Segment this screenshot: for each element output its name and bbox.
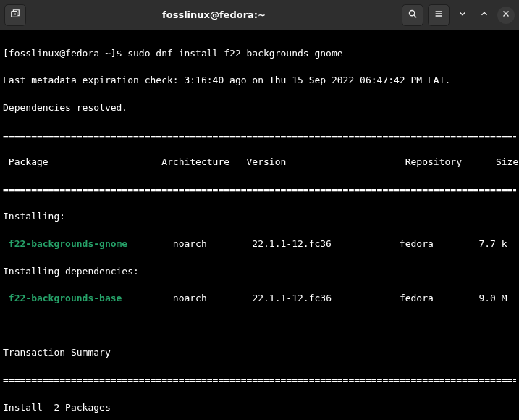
prompt-prefix: [fosslinux@fedora ~]$: [3, 48, 127, 59]
blank-line: [3, 319, 516, 333]
deps-resolved-line: Dependencies resolved.: [3, 101, 516, 115]
close-button[interactable]: [497, 7, 515, 24]
maximize-button[interactable]: [476, 7, 493, 24]
summary-heading: Transaction Summary: [3, 346, 516, 360]
package-name: f22-backgrounds-base: [3, 293, 122, 303]
minimize-button[interactable]: [454, 7, 471, 24]
package-details: noarch 22.1.1-12.fc36 fedora 9.0 M: [122, 293, 507, 303]
chevron-down-icon: [457, 9, 468, 21]
search-button[interactable]: [402, 4, 423, 26]
installing-deps-heading: Installing dependencies:: [3, 265, 516, 279]
close-icon: [501, 9, 511, 21]
titlebar: fosslinux@fedora:~: [0, 0, 519, 30]
package-name: f22-backgrounds-gnome: [3, 238, 127, 249]
menu-button[interactable]: [428, 4, 450, 26]
new-tab-button[interactable]: [4, 4, 26, 26]
prompt-line: [fosslinux@fedora ~]$ sudo dnf install f…: [3, 47, 516, 61]
install-count: Install 2 Packages: [3, 401, 516, 415]
svg-point-1: [409, 10, 414, 15]
rule-double: ========================================…: [3, 183, 516, 197]
new-tab-icon: [10, 9, 20, 21]
hamburger-icon: [434, 9, 444, 21]
package-details: noarch 22.1.1-12.fc36 fedora 7.7 k: [127, 238, 507, 249]
package-row: f22-backgrounds-base noarch 22.1.1-12.fc…: [3, 292, 516, 306]
chevron-up-icon: [479, 9, 489, 21]
rule-double: ========================================…: [3, 129, 516, 143]
package-row: f22-backgrounds-gnome noarch 22.1.1-12.f…: [3, 238, 516, 251]
terminal-output[interactable]: [fosslinux@fedora ~]$ sudo dnf install f…: [0, 30, 519, 420]
metadata-line: Last metadata expiration check: 3:16:40 …: [3, 74, 516, 88]
installing-heading: Installing:: [3, 210, 516, 224]
search-icon: [408, 9, 418, 21]
table-header: Package Architecture Version Repository …: [3, 156, 516, 169]
command-text: sudo dnf install f22-backgrounds-gnome: [127, 48, 342, 59]
rule-double: ========================================…: [3, 374, 516, 387]
window-title: fosslinux@fedora:~: [26, 9, 402, 20]
